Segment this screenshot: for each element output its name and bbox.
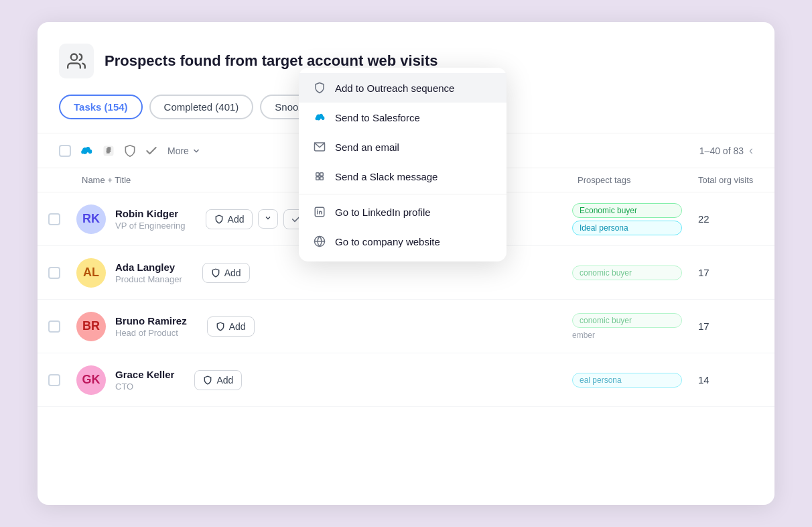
col-check bbox=[38, 168, 71, 192]
row-checkbox-4[interactable] bbox=[38, 374, 71, 386]
globe-dropdown-icon bbox=[314, 235, 326, 247]
add-button-4[interactable]: Add bbox=[194, 370, 242, 390]
tags-cell-1: Economic buyer Ideal persona bbox=[567, 203, 687, 235]
row-checkbox-1[interactable] bbox=[38, 213, 71, 225]
pagination-text: 1–40 of 83 bbox=[699, 145, 744, 156]
svg-rect-14 bbox=[320, 173, 324, 176]
svg-point-10 bbox=[322, 116, 325, 120]
svg-point-3 bbox=[88, 149, 92, 153]
col-visits: Total org visits bbox=[687, 168, 774, 192]
add-button-2[interactable]: Add bbox=[202, 263, 250, 283]
row-person-4: GK Grace Keller CTO Add bbox=[71, 355, 433, 406]
salesforce-toolbar-icon[interactable] bbox=[79, 143, 94, 158]
tags-cell-4: eal persona bbox=[567, 373, 687, 388]
col-tags: Prospect tags bbox=[567, 168, 687, 192]
svg-point-11 bbox=[316, 117, 318, 120]
check-toolbar-icon[interactable] bbox=[145, 144, 158, 158]
person-title-grace: CTO bbox=[115, 382, 174, 392]
person-title-bruno: Head of Product bbox=[115, 328, 187, 338]
tab-tasks[interactable]: Tasks (154) bbox=[59, 95, 143, 119]
visits-1: 22 bbox=[687, 213, 774, 225]
row-actions-2: Add bbox=[202, 263, 250, 283]
add-button-3[interactable]: Add bbox=[207, 316, 255, 337]
slack-toolbar-icon[interactable]: # bbox=[102, 144, 115, 158]
dropdown-label-website: Go to company website bbox=[335, 236, 440, 247]
tag-economic-buyer-1: Economic buyer bbox=[572, 203, 682, 218]
svg-rect-16 bbox=[320, 177, 324, 180]
tab-completed[interactable]: Completed (401) bbox=[149, 95, 254, 119]
header-icon bbox=[59, 44, 94, 78]
linkedin-dropdown-icon bbox=[314, 206, 326, 218]
more-button[interactable]: More bbox=[167, 145, 201, 156]
row-checkbox-3[interactable] bbox=[38, 320, 71, 333]
dropdown-item-salesforce[interactable]: Send to Salesforce bbox=[299, 103, 506, 132]
dropdown-item-email[interactable]: Send an email bbox=[299, 132, 506, 162]
avatar-grace: GK bbox=[76, 365, 106, 395]
dropdown-item-slack[interactable]: Send a Slack message bbox=[299, 162, 506, 191]
dropdown-label-email: Send an email bbox=[335, 141, 399, 153]
dropdown-item-website[interactable]: Go to company website bbox=[299, 227, 506, 256]
person-name-bruno: Bruno Ramirez bbox=[115, 315, 187, 327]
svg-text:#: # bbox=[107, 147, 111, 154]
avatar-ada: AL bbox=[76, 258, 106, 288]
visits-4: 14 bbox=[687, 374, 774, 386]
dropdown-item-outreach[interactable]: Add to Outreach sequence bbox=[299, 73, 506, 103]
row-actions-4: Add bbox=[194, 370, 242, 390]
row-checkbox-2[interactable] bbox=[38, 267, 71, 279]
row-person-3: BR Bruno Ramirez Head of Product Add bbox=[71, 301, 433, 352]
outreach-icon bbox=[314, 82, 326, 94]
person-title-ada: Product Manager bbox=[115, 274, 182, 284]
table-row: GK Grace Keller CTO Add eal persona 14 bbox=[38, 353, 774, 407]
add-btn-label-4: Add bbox=[216, 375, 233, 386]
svg-point-4 bbox=[81, 150, 84, 154]
add-caret-1[interactable] bbox=[258, 209, 278, 229]
dropdown-item-linkedin[interactable]: Go to LinkedIn profile bbox=[299, 197, 506, 227]
shield-toolbar-icon[interactable] bbox=[123, 144, 137, 158]
avatar-bruno: BR bbox=[76, 312, 106, 341]
dropdown-label-salesforce: Send to Salesforce bbox=[335, 112, 420, 123]
svg-rect-13 bbox=[316, 173, 320, 176]
add-btn-label-3: Add bbox=[229, 321, 246, 332]
person-name-grace: Grace Keller bbox=[115, 369, 174, 380]
email-dropdown-icon bbox=[314, 141, 326, 153]
person-name-ada: Ada Langley bbox=[115, 261, 182, 273]
pagination: 1–40 of 83 ‹ bbox=[699, 143, 753, 158]
dropdown-menu: Add to Outreach sequence Send to Salesfo… bbox=[299, 68, 506, 261]
add-btn-label-2: Add bbox=[224, 268, 241, 278]
dropdown-divider bbox=[299, 194, 506, 194]
more-label: More bbox=[167, 145, 189, 156]
visits-2: 17 bbox=[687, 267, 774, 278]
tag-ember-3: ember bbox=[572, 331, 682, 340]
add-btn-label-1: Add bbox=[228, 214, 245, 225]
dropdown-label-outreach: Add to Outreach sequence bbox=[335, 82, 454, 94]
avatar-robin: RK bbox=[76, 204, 106, 234]
tags-cell-2: conomic buyer bbox=[567, 266, 687, 280]
person-name-robin: Robin Kidger bbox=[115, 208, 186, 219]
select-all-checkbox[interactable] bbox=[59, 145, 71, 157]
person-title-robin: VP of Engineering bbox=[115, 221, 186, 231]
dropdown-label-slack: Send a Slack message bbox=[335, 171, 437, 182]
visits-3: 17 bbox=[687, 320, 774, 332]
tag-economic-buyer-2: conomic buyer bbox=[572, 266, 682, 280]
add-button-1[interactable]: Add bbox=[206, 209, 253, 229]
main-card: Prospects found from target account web … bbox=[38, 22, 774, 505]
table-row: BR Bruno Ramirez Head of Product Add con… bbox=[38, 300, 774, 353]
salesforce-dropdown-icon bbox=[314, 111, 326, 123]
row-actions-3: Add bbox=[207, 316, 255, 337]
tags-cell-3: conomic buyer ember bbox=[567, 313, 687, 340]
tag-economic-buyer-3: conomic buyer bbox=[572, 313, 682, 328]
dropdown-label-linkedin: Go to LinkedIn profile bbox=[335, 207, 431, 218]
svg-rect-15 bbox=[316, 177, 320, 180]
pagination-prev-icon[interactable]: ‹ bbox=[749, 143, 753, 158]
tag-ideal-persona-4: eal persona bbox=[572, 373, 682, 388]
svg-point-0 bbox=[71, 54, 77, 60]
tag-ideal-persona-1: Ideal persona bbox=[572, 221, 682, 235]
slack-dropdown-icon bbox=[314, 170, 326, 182]
